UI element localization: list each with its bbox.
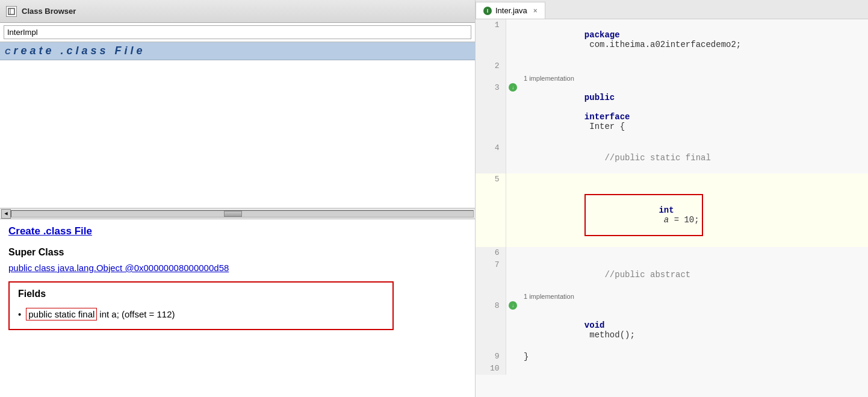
panel-title: Class Browser bbox=[22, 7, 76, 16]
line-code: //public abstract bbox=[520, 259, 868, 290]
table-row: 4 //public static final bbox=[476, 142, 868, 173]
line-code: package com.itheima.a02interfacedemo2; bbox=[520, 19, 868, 60]
code-text: a = 10; bbox=[659, 215, 699, 225]
line-number: 6 bbox=[476, 247, 506, 259]
line-number: 1 bbox=[476, 19, 506, 60]
table-row: 10 bbox=[476, 363, 868, 375]
class-list-area: C r e a t e . c l a s s F i l e bbox=[0, 42, 475, 208]
super-class-link[interactable]: public class java.lang.Object @0x0000000… bbox=[8, 263, 467, 273]
fields-title: Fields bbox=[18, 289, 384, 299]
scrollbar-thumb[interactable] bbox=[224, 211, 242, 217]
impl-dot[interactable]: ↓ bbox=[509, 83, 517, 92]
line-gutter bbox=[506, 247, 520, 259]
code-table: 1 package com.itheima.a02interfacedemo2;… bbox=[476, 19, 868, 375]
code-indent bbox=[584, 311, 605, 320]
panel-header: Class Browser bbox=[0, 0, 475, 23]
table-row: 5 int a = 10; bbox=[476, 173, 868, 247]
table-row: 9 } bbox=[476, 351, 868, 363]
search-bar bbox=[0, 23, 475, 42]
line-number: 4 bbox=[476, 142, 506, 173]
code-text: com.itheima.a02interfacedemo2; bbox=[584, 40, 741, 49]
line-number: 7 bbox=[476, 259, 506, 290]
comment-text: //public static final bbox=[584, 153, 711, 163]
keyword-interface: interface bbox=[584, 112, 630, 122]
tab-bar: I Inter.java × bbox=[476, 0, 868, 19]
highlighted-code-box: int a = 10; bbox=[584, 194, 703, 236]
impl-note: 1 implementation bbox=[520, 290, 868, 300]
line-code: //public static final bbox=[520, 142, 868, 173]
line-gutter[interactable]: ↓ bbox=[506, 300, 520, 351]
line-gutter bbox=[506, 363, 520, 375]
line-number bbox=[476, 72, 506, 82]
line-number: 5 bbox=[476, 173, 506, 247]
field-keyword-box: public static final bbox=[26, 308, 97, 320]
line-code: } bbox=[520, 351, 868, 363]
tab-icon: I bbox=[483, 7, 492, 15]
table-row: 7 //public abstract bbox=[476, 259, 868, 290]
bullet: • bbox=[18, 309, 21, 319]
line-number: 8 bbox=[476, 300, 506, 351]
scrollbar-track[interactable] bbox=[11, 210, 474, 217]
line-gutter bbox=[506, 142, 520, 173]
content-area: Create .class File Super Class public cl… bbox=[0, 219, 475, 397]
comment-text: //public abstract bbox=[584, 270, 690, 280]
selected-class-item[interactable]: C r e a t e . c l a s s F i l e bbox=[0, 42, 475, 60]
class-list-scroll[interactable]: C r e a t e . c l a s s F i l e bbox=[0, 42, 475, 208]
table-row: 8 ↓ void method(); bbox=[476, 300, 868, 351]
line-number: 3 bbox=[476, 82, 506, 142]
keyword-void: void bbox=[584, 320, 605, 330]
code-indent bbox=[584, 184, 605, 194]
line-gutter bbox=[506, 259, 520, 290]
line-code bbox=[520, 363, 868, 375]
code-text: Inter { bbox=[584, 122, 625, 131]
keyword-int: int bbox=[659, 205, 674, 215]
code-area[interactable]: 1 package com.itheima.a02interfacedemo2;… bbox=[476, 19, 868, 397]
impl-dot[interactable]: ↓ bbox=[509, 301, 517, 310]
impl-note: 1 implementation bbox=[520, 72, 868, 82]
horizontal-scrollbar[interactable]: ◀ bbox=[0, 208, 475, 219]
line-code bbox=[520, 247, 868, 259]
line-number: 9 bbox=[476, 351, 506, 363]
keyword-package: package bbox=[584, 30, 620, 40]
line-number: 10 bbox=[476, 363, 506, 375]
line-gutter bbox=[506, 173, 520, 247]
line-gutter bbox=[506, 351, 520, 363]
table-row: 3 ↓ public interface Inter { bbox=[476, 82, 868, 142]
file-tab[interactable]: I Inter.java × bbox=[476, 2, 545, 19]
line-gutter bbox=[506, 19, 520, 60]
code-text bbox=[584, 102, 589, 112]
line-gutter[interactable]: ↓ bbox=[506, 82, 520, 142]
impl-note-row: 1 implementation bbox=[476, 72, 868, 82]
super-class-label: Super Class bbox=[8, 247, 467, 258]
tab-close-button[interactable]: × bbox=[533, 7, 538, 15]
field-item: • public static final int a; (offset = 1… bbox=[18, 305, 384, 323]
line-code: void method(); bbox=[520, 300, 868, 351]
table-row: 2 bbox=[476, 60, 868, 72]
line-gutter bbox=[506, 60, 520, 72]
line-code: int a = 10; bbox=[520, 173, 868, 247]
tab-label: Inter.java bbox=[495, 6, 527, 15]
line-number bbox=[476, 290, 506, 300]
fields-box: Fields • public static final int a; (off… bbox=[8, 281, 394, 330]
left-panel: Class Browser C r e a t e . c l a s s F … bbox=[0, 0, 476, 397]
panel-icon bbox=[6, 6, 17, 17]
svg-rect-0 bbox=[8, 8, 14, 14]
line-gutter bbox=[506, 72, 520, 82]
line-number: 2 bbox=[476, 60, 506, 72]
class-item-text: C r e a t e . c l a s s F i l e bbox=[5, 47, 143, 56]
keyword-public: public bbox=[584, 93, 615, 102]
search-input[interactable] bbox=[4, 25, 471, 39]
table-row: 1 package com.itheima.a02interfacedemo2; bbox=[476, 19, 868, 60]
code-text: method(); bbox=[584, 330, 635, 340]
line-code bbox=[520, 60, 868, 72]
scroll-left-button[interactable]: ◀ bbox=[1, 209, 11, 219]
field-rest: int a; (offset = 112) bbox=[99, 309, 175, 319]
create-class-link[interactable]: Create .class File bbox=[8, 225, 467, 237]
line-gutter bbox=[506, 290, 520, 300]
impl-note-row: 1 implementation bbox=[476, 290, 868, 300]
line-code: public interface Inter { bbox=[520, 82, 868, 142]
right-panel: I Inter.java × 1 package com.itheima.a02… bbox=[476, 0, 868, 397]
table-row: 6 bbox=[476, 247, 868, 259]
